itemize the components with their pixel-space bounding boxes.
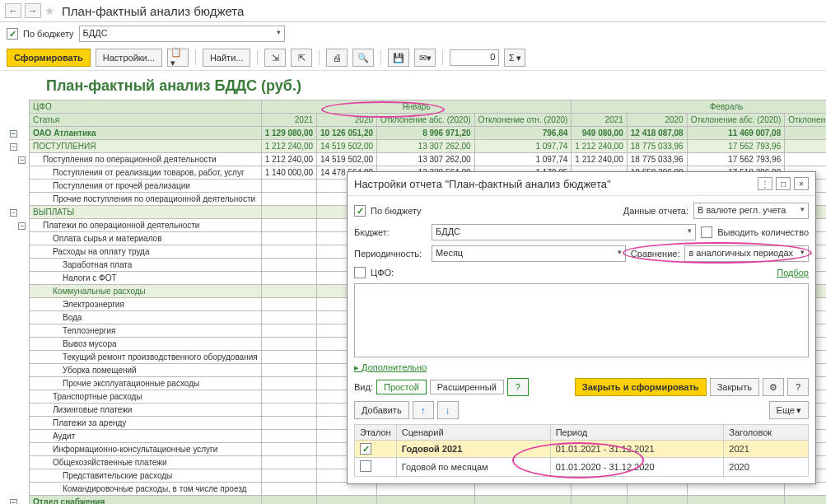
table-row[interactable]: −ПОСТУПЛЕНИЯ1 212 240,0014 519 502,0013 … xyxy=(7,140,826,153)
value-cell xyxy=(261,259,316,272)
scenario-row[interactable]: Годовой по месяцам 01.01.2020 - 31.12.20… xyxy=(355,458,809,477)
preview-button[interactable]: 🔍 xyxy=(352,49,374,67)
etalon-checkbox[interactable] xyxy=(360,460,371,472)
article-cell: Уборка помещений xyxy=(30,364,262,377)
hdr-jan: Январь xyxy=(261,100,572,114)
report-title: План-фактный анализ БДДС (руб.) xyxy=(7,71,819,100)
value-cell xyxy=(261,193,316,206)
qty-checkbox[interactable] xyxy=(701,226,712,238)
value-cell: 10 126 051,20 xyxy=(317,127,377,140)
move-down-button[interactable]: ↓ xyxy=(437,401,459,419)
article-cell: Заработная плата xyxy=(30,259,262,272)
value-cell xyxy=(261,180,316,193)
tree-toggle[interactable]: − xyxy=(10,143,17,151)
value-cell xyxy=(261,324,316,338)
mail-button[interactable]: ✉▾ xyxy=(414,49,436,67)
forward-button[interactable]: → xyxy=(25,3,41,18)
article-cell: Информационно-консультационные услуги xyxy=(30,443,262,456)
article-cell: Лизинговые платежи xyxy=(30,404,262,417)
filter-button[interactable]: ⚙ xyxy=(763,378,784,396)
data-dropdown[interactable]: В валюте регл. учета xyxy=(693,203,809,219)
tree-toggle[interactable]: − xyxy=(10,130,17,138)
compare-dropdown[interactable]: в аналогичных периодах xyxy=(684,245,809,262)
value-cell: 1 140 000,00 xyxy=(261,166,316,180)
article-cell: Оплата сырья и материалов xyxy=(30,232,262,245)
view-simple-button[interactable]: Простой xyxy=(376,380,427,394)
value-cell xyxy=(261,430,316,443)
article-cell: Прочие эксплуатационные расходы xyxy=(30,377,262,390)
close-form-button[interactable]: Закрыть и сформировать xyxy=(575,378,707,396)
tree-toggle[interactable]: − xyxy=(10,209,17,217)
hdr-feb: Февраль xyxy=(572,100,826,114)
value-cell: 949 080,00 xyxy=(572,127,627,140)
form-button[interactable]: Сформировать xyxy=(7,49,91,67)
budget-dropdown[interactable]: БДДС xyxy=(79,26,285,42)
more-button[interactable]: Еще ▾ xyxy=(769,401,809,419)
table-row[interactable]: −Отдел снабжения xyxy=(7,496,826,505)
value-cell: 1 212 240,00 xyxy=(261,140,316,153)
value-cell: 1 212 240,00 xyxy=(572,140,627,153)
sum-field[interactable]: 0 xyxy=(450,49,499,66)
value-cell: 12 418 087,08 xyxy=(627,127,687,140)
save-button[interactable]: 💾 xyxy=(388,49,409,67)
article-cell: ОАО Атлантика xyxy=(30,127,262,140)
value-cell xyxy=(261,272,316,285)
dialog-close-button[interactable]: × xyxy=(794,177,809,190)
move-up-button[interactable]: ↑ xyxy=(413,401,434,419)
back-button[interactable]: ← xyxy=(5,3,21,18)
value-cell: 17 562 793,96 xyxy=(687,153,785,166)
help-button[interactable]: ? xyxy=(507,378,529,396)
value-cell xyxy=(261,298,316,311)
dialog-menu-button[interactable]: ⋮ xyxy=(758,177,772,190)
hdr-cfo: ЦФО xyxy=(30,100,262,114)
value-cell xyxy=(261,206,316,219)
value-cell xyxy=(377,496,475,505)
add-button[interactable]: Добавить xyxy=(354,401,409,419)
print-button[interactable]: 🖨 xyxy=(326,49,348,67)
sigma-button[interactable]: Σ▾ xyxy=(504,49,525,67)
value-cell xyxy=(261,456,316,469)
tree-toggle[interactable]: − xyxy=(10,499,17,504)
value-cell xyxy=(261,390,316,404)
find-button[interactable]: Найти... xyxy=(203,49,251,67)
periodicity-dropdown[interactable]: Месяц xyxy=(432,245,626,262)
table-row[interactable]: −ОАО Атлантика1 129 080,0010 126 051,208… xyxy=(7,127,826,140)
value-cell xyxy=(261,364,316,377)
by-budget-label: По бюджету xyxy=(23,29,74,39)
star-icon[interactable]: ★ xyxy=(44,4,55,17)
dlg-close-button[interactable]: Закрыть xyxy=(710,378,759,396)
more-toggle[interactable]: ▸ Дополнительно xyxy=(354,362,427,373)
value-cell: 1 448,79 xyxy=(785,140,826,153)
value-cell xyxy=(261,285,316,298)
dlg-by-budget-checkbox[interactable] xyxy=(354,205,366,217)
value-cell: 1 208,43 xyxy=(785,127,826,140)
settings-button[interactable]: Настройки... xyxy=(96,49,162,67)
tree-toggle[interactable]: − xyxy=(18,156,26,164)
value-cell xyxy=(474,496,572,505)
cfo-checkbox[interactable] xyxy=(354,267,366,278)
value-cell xyxy=(261,232,316,245)
dlg-budget-dropdown[interactable]: БДДС xyxy=(432,224,696,240)
value-cell xyxy=(785,496,826,505)
etalon-checkbox[interactable] xyxy=(360,443,371,455)
value-cell xyxy=(261,351,316,364)
article-cell: Аудит xyxy=(30,430,262,443)
dialog-max-button[interactable]: □ xyxy=(776,177,791,190)
value-cell xyxy=(261,245,316,259)
page-title: План-фактный анализ бюджета xyxy=(62,4,244,18)
dlg-help-button[interactable]: ? xyxy=(787,378,809,396)
select-link[interactable]: Подбор xyxy=(777,268,809,278)
scenario-row[interactable]: Годовой 2021 01.01.2021 - 31.12.2021 202… xyxy=(355,441,809,458)
by-budget-checkbox[interactable] xyxy=(7,28,18,40)
value-cell xyxy=(261,219,316,232)
value-cell xyxy=(261,469,316,483)
table-row[interactable]: −Поступления по операционной деятельност… xyxy=(7,153,826,166)
expand-button[interactable]: ⇲ xyxy=(264,49,286,67)
article-cell: Коммунальные расходы xyxy=(30,285,262,298)
view-extended-button[interactable]: Расширенный xyxy=(430,380,504,394)
tree-toggle[interactable]: − xyxy=(18,222,26,230)
cfo-list[interactable] xyxy=(354,283,809,357)
copy-button[interactable]: 📋▾ xyxy=(167,49,189,67)
value-cell xyxy=(261,417,316,430)
collapse-button[interactable]: ⇱ xyxy=(291,49,312,67)
